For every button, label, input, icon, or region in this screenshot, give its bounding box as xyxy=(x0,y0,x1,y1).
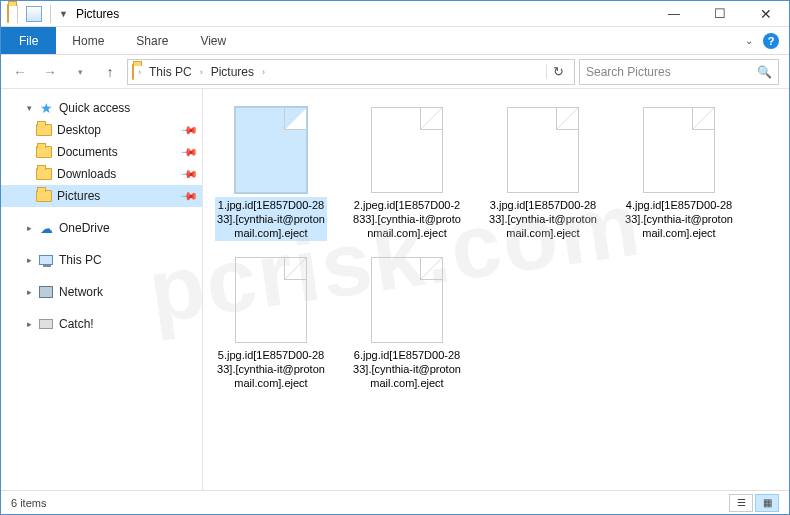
address-bar[interactable]: › This PC › Pictures › ↻ xyxy=(127,59,575,85)
file-icon xyxy=(371,107,443,193)
search-box[interactable]: Search Pictures 🔍 xyxy=(579,59,779,85)
file-icon xyxy=(235,107,307,193)
separator xyxy=(50,5,51,23)
qat-dropdown-icon[interactable]: ▼ xyxy=(59,9,68,19)
ribbon-expand-icon[interactable]: ⌄ xyxy=(745,35,753,46)
nav-desktop[interactable]: Desktop 📌 xyxy=(1,119,202,141)
body: ▾ ★ Quick access Desktop 📌 Documents 📌 D… xyxy=(1,89,789,490)
chevron-right-icon[interactable]: ▸ xyxy=(21,319,37,329)
nav-label: Pictures xyxy=(57,189,100,203)
address-row: ← → ▾ ↑ › This PC › Pictures › ↻ Search … xyxy=(1,55,789,89)
file-name: 6.jpg.id[1E857D00-2833].[cynthia-it@prot… xyxy=(351,347,463,391)
file-icon xyxy=(507,107,579,193)
file-tab[interactable]: File xyxy=(1,27,56,54)
nav-label: Network xyxy=(59,285,103,299)
drive-icon xyxy=(37,315,55,333)
file-item[interactable]: 6.jpg.id[1E857D00-2833].[cynthia-it@prot… xyxy=(351,257,463,391)
network-icon xyxy=(37,283,55,301)
file-item[interactable]: 2.jpeg.id[1E857D00-2833].[cynthia-it@pro… xyxy=(351,107,463,241)
folder-icon xyxy=(35,143,53,161)
close-button[interactable]: ✕ xyxy=(743,1,789,27)
chevron-right-icon[interactable]: ▸ xyxy=(21,255,37,265)
file-item[interactable]: 3.jpg.id[1E857D00-2833].[cynthia-it@prot… xyxy=(487,107,599,241)
nav-label: OneDrive xyxy=(59,221,110,235)
cloud-icon: ☁ xyxy=(37,219,55,237)
up-button[interactable]: ↑ xyxy=(97,59,123,85)
qat-properties-icon[interactable] xyxy=(26,6,42,22)
nav-documents[interactable]: Documents 📌 xyxy=(1,141,202,163)
pin-icon: 📌 xyxy=(179,120,198,139)
ribbon: File Home Share View ⌄ ? xyxy=(1,27,789,55)
star-icon: ★ xyxy=(37,99,55,117)
app-folder-icon xyxy=(7,5,9,23)
nav-quick-access[interactable]: ▾ ★ Quick access xyxy=(1,97,202,119)
file-name: 1.jpg.id[1E857D00-2833].[cynthia-it@prot… xyxy=(215,197,327,241)
monitor-icon xyxy=(37,251,55,269)
file-list[interactable]: 1.jpg.id[1E857D00-2833].[cynthia-it@prot… xyxy=(203,89,789,490)
file-item[interactable]: 1.jpg.id[1E857D00-2833].[cynthia-it@prot… xyxy=(215,107,327,241)
chevron-down-icon[interactable]: ▾ xyxy=(21,103,37,113)
breadcrumb-thispc[interactable]: This PC xyxy=(145,63,196,81)
nav-thispc[interactable]: ▸ This PC xyxy=(1,249,202,271)
chevron-right-icon[interactable]: ▸ xyxy=(21,287,37,297)
status-bar: 6 items ☰ ▦ xyxy=(1,490,789,514)
nav-label: Documents xyxy=(57,145,118,159)
nav-label: Desktop xyxy=(57,123,101,137)
search-icon: 🔍 xyxy=(757,65,772,79)
nav-downloads[interactable]: Downloads 📌 xyxy=(1,163,202,185)
file-icon xyxy=(371,257,443,343)
file-name: 4.jpg.id[1E857D00-2833].[cynthia-it@prot… xyxy=(623,197,735,241)
chevron-right-icon[interactable]: › xyxy=(262,67,265,77)
file-name: 5.jpg.id[1E857D00-2833].[cynthia-it@prot… xyxy=(215,347,327,391)
separator xyxy=(17,5,18,23)
tab-view[interactable]: View xyxy=(184,27,242,54)
file-item[interactable]: 4.jpg.id[1E857D00-2833].[cynthia-it@prot… xyxy=(623,107,735,241)
title-bar: ▼ Pictures — ☐ ✕ xyxy=(1,1,789,27)
location-folder-icon xyxy=(132,65,134,79)
file-name: 3.jpg.id[1E857D00-2833].[cynthia-it@prot… xyxy=(487,197,599,241)
navigation-pane: ▾ ★ Quick access Desktop 📌 Documents 📌 D… xyxy=(1,89,203,490)
folder-icon xyxy=(35,187,53,205)
view-details-button[interactable]: ☰ xyxy=(729,494,753,512)
chevron-right-icon[interactable]: › xyxy=(138,67,141,77)
file-icon xyxy=(643,107,715,193)
nav-onedrive[interactable]: ▸ ☁ OneDrive xyxy=(1,217,202,239)
search-placeholder: Search Pictures xyxy=(586,65,671,79)
chevron-right-icon[interactable]: ▸ xyxy=(21,223,37,233)
nav-label: Quick access xyxy=(59,101,130,115)
help-icon[interactable]: ? xyxy=(763,33,779,49)
file-icon xyxy=(235,257,307,343)
explorer-window: ▼ Pictures — ☐ ✕ File Home Share View ⌄ … xyxy=(0,0,790,515)
nav-label: This PC xyxy=(59,253,102,267)
forward-button[interactable]: → xyxy=(37,59,63,85)
tab-home[interactable]: Home xyxy=(56,27,120,54)
back-button[interactable]: ← xyxy=(7,59,33,85)
folder-icon xyxy=(35,165,53,183)
minimize-button[interactable]: — xyxy=(651,1,697,27)
nav-label: Catch! xyxy=(59,317,94,331)
pin-icon: 📌 xyxy=(179,142,198,161)
window-title: Pictures xyxy=(76,7,119,21)
nav-network[interactable]: ▸ Network xyxy=(1,281,202,303)
nav-pictures[interactable]: Pictures 📌 xyxy=(1,185,202,207)
breadcrumb-pictures[interactable]: Pictures xyxy=(207,63,258,81)
pin-icon: 📌 xyxy=(179,164,198,183)
file-name: 2.jpeg.id[1E857D00-2833].[cynthia-it@pro… xyxy=(351,197,463,241)
chevron-right-icon[interactable]: › xyxy=(200,67,203,77)
maximize-button[interactable]: ☐ xyxy=(697,1,743,27)
nav-label: Downloads xyxy=(57,167,116,181)
nav-catch[interactable]: ▸ Catch! xyxy=(1,313,202,335)
view-icons-button[interactable]: ▦ xyxy=(755,494,779,512)
file-item[interactable]: 5.jpg.id[1E857D00-2833].[cynthia-it@prot… xyxy=(215,257,327,391)
status-count: 6 items xyxy=(11,497,46,509)
recent-locations-button[interactable]: ▾ xyxy=(67,59,93,85)
pin-icon: 📌 xyxy=(179,186,198,205)
folder-icon xyxy=(35,121,53,139)
tab-share[interactable]: Share xyxy=(120,27,184,54)
refresh-button[interactable]: ↻ xyxy=(546,64,570,79)
